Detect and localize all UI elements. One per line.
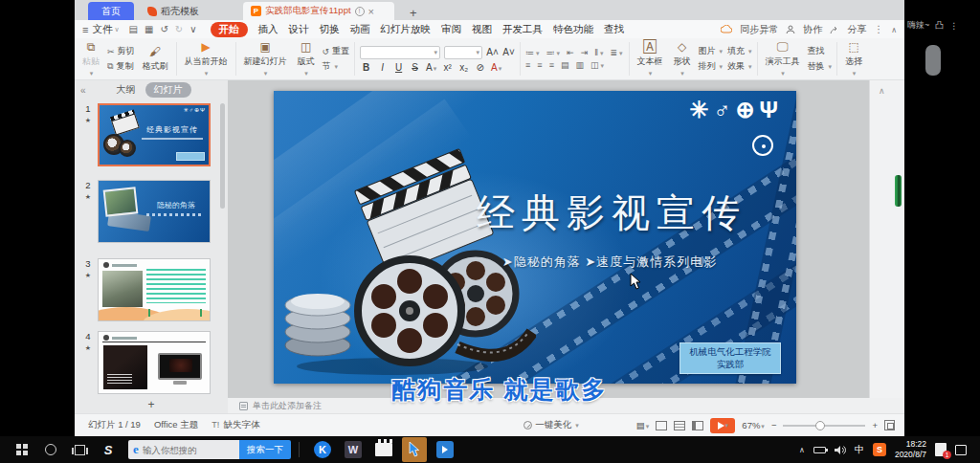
- document-notification-icon[interactable]: 1: [935, 443, 947, 456]
- print-icon[interactable]: ▦: [145, 24, 153, 34]
- underline-button[interactable]: U: [392, 62, 405, 73]
- menu-tab-insert[interactable]: 插入: [258, 23, 278, 36]
- share-label[interactable]: 分享: [847, 23, 866, 36]
- taskbar-app-movie[interactable]: [371, 437, 396, 462]
- columns-icon[interactable]: ◫: [590, 60, 605, 70]
- font-size-combo[interactable]: ▾: [444, 46, 482, 59]
- text-direction-icon[interactable]: ‖: [594, 48, 604, 57]
- slide-1[interactable]: ✳♂⊕Ψ: [274, 91, 796, 384]
- start-button[interactable]: [8, 436, 36, 463]
- tab-document[interactable]: P 实践部电影宣传11ppt !: [243, 2, 394, 20]
- reading-view-icon[interactable]: [692, 421, 703, 430]
- new-slide-button[interactable]: ▣ 新建幻灯片: [241, 39, 290, 78]
- layout-button[interactable]: ◫ 版式: [295, 39, 318, 78]
- menu-tab-transition[interactable]: 切换: [320, 23, 340, 36]
- scroll-up-icon[interactable]: ∧: [879, 86, 885, 96]
- outline-tab[interactable]: 大纲: [117, 83, 136, 97]
- task-view-button[interactable]: [65, 436, 94, 463]
- add-slide-button[interactable]: +: [75, 398, 228, 413]
- italic-button[interactable]: I: [376, 62, 389, 73]
- slide-subtitle[interactable]: ➤隐秘的角落 ➤速度与激情系列电影: [434, 254, 785, 271]
- tab-docer-templates[interactable]: 稻壳模板: [140, 2, 228, 20]
- decrease-font-icon[interactable]: A˅: [502, 47, 515, 57]
- menu-tab-slideshow[interactable]: 幻灯片放映: [381, 23, 432, 36]
- collaborate-icon[interactable]: [786, 25, 795, 34]
- menu-tab-animation[interactable]: 动画: [350, 23, 370, 36]
- search-go-button[interactable]: 搜索一下: [239, 440, 291, 459]
- line-spacing-icon[interactable]: ≣: [610, 48, 623, 57]
- thumbs-up-icon[interactable]: 凸: [935, 19, 944, 32]
- copy-button[interactable]: 复制: [107, 60, 135, 73]
- one-click-beautify-button[interactable]: 一键美化: [523, 419, 579, 431]
- format-painter-button[interactable]: 🖌 格式刷: [140, 44, 171, 74]
- share-icon[interactable]: [830, 25, 839, 34]
- replace-button[interactable]: 替换: [808, 60, 833, 73]
- strikethrough-button[interactable]: S: [409, 62, 421, 73]
- increase-indent-icon[interactable]: ⇥: [581, 48, 590, 57]
- font-color-button[interactable]: A: [425, 62, 437, 73]
- theme-name[interactable]: Office 主题: [154, 419, 198, 431]
- find-button[interactable]: 查找: [808, 45, 833, 57]
- sogou-tray-icon[interactable]: S: [873, 443, 886, 456]
- redo-icon[interactable]: ↻: [175, 24, 183, 34]
- select-button[interactable]: ⬚ 选择: [842, 39, 865, 78]
- zoom-slider[interactable]: [783, 425, 865, 427]
- slide-thumbnail-2[interactable]: 2 ★ 隐秘的角落: [75, 180, 228, 247]
- zoom-level[interactable]: 67%: [742, 420, 765, 430]
- slideshow-play-button[interactable]: [710, 418, 735, 433]
- slides-tab[interactable]: 幻灯片: [145, 82, 191, 98]
- align-right-icon[interactable]: ≡: [549, 60, 555, 70]
- search-input[interactable]: [143, 445, 223, 455]
- shapes-button[interactable]: ◇ 形状: [671, 39, 694, 78]
- save-icon[interactable]: ▤: [129, 24, 138, 34]
- clear-format-icon[interactable]: ⊘: [474, 62, 486, 73]
- slide-logo-box[interactable]: 机械电气化工程学院 实践部: [679, 342, 781, 374]
- slide-thumbnail-1[interactable]: 1 ★ ✳♂⊕Ψ 经典影视宣传: [75, 103, 228, 170]
- menu-tab-view[interactable]: 视图: [472, 23, 492, 36]
- align-center-icon[interactable]: ≡: [537, 60, 543, 70]
- missing-font-item[interactable]: T! 缺失字体: [212, 419, 260, 431]
- slide-title[interactable]: 经典影视宣传: [436, 187, 787, 239]
- sync-error-icon[interactable]: [721, 25, 732, 33]
- floating-widget[interactable]: 嗨辣~ 凸 ⋮: [907, 19, 958, 32]
- notes-toggle-icon[interactable]: ▤: [636, 420, 650, 430]
- fill-button[interactable]: 填充: [727, 45, 752, 57]
- zoom-out-button[interactable]: −: [771, 420, 777, 430]
- bullets-icon[interactable]: ≔: [525, 48, 541, 57]
- taskbar-clock[interactable]: 18:22 2020/8/7: [895, 439, 926, 460]
- menu-tab-review[interactable]: 审阅: [441, 23, 461, 36]
- close-tab-icon[interactable]: [368, 6, 374, 17]
- menu-tab-design[interactable]: 设计: [289, 23, 309, 36]
- menu-tab-special[interactable]: 特色功能: [553, 23, 593, 36]
- hamburger-icon[interactable]: ≡: [82, 24, 88, 35]
- superscript-button[interactable]: x²: [441, 62, 454, 73]
- slide-thumbnail-3[interactable]: 3 ★: [75, 258, 228, 325]
- reset-button[interactable]: 重置: [323, 45, 350, 57]
- new-tab-button[interactable]: +: [404, 6, 423, 20]
- bold-button[interactable]: B: [360, 62, 372, 73]
- collapse-ribbon-icon[interactable]: [891, 24, 897, 34]
- align-left-icon[interactable]: ≡: [525, 60, 531, 70]
- speaker-icon[interactable]: [835, 445, 846, 455]
- slide-canvas[interactable]: ✳♂⊕Ψ: [228, 80, 869, 398]
- tray-expand-icon[interactable]: ∧: [799, 446, 805, 454]
- effect-button[interactable]: 效果: [727, 60, 752, 73]
- undo-icon[interactable]: ↺: [160, 24, 167, 34]
- menu-tab-home[interactable]: 开始: [211, 22, 248, 37]
- play-from-current-button[interactable]: ▶ 从当前开始: [182, 39, 231, 78]
- file-menu[interactable]: 文件: [92, 23, 112, 36]
- menu-tab-developer[interactable]: 开发工具: [502, 23, 543, 36]
- green-scrollbar-thumb[interactable]: [895, 175, 902, 207]
- sync-status-label[interactable]: 同步异常: [740, 23, 778, 36]
- highlight-button[interactable]: A: [490, 62, 502, 73]
- increase-font-icon[interactable]: A˄: [486, 47, 499, 57]
- cortana-button[interactable]: [36, 436, 65, 463]
- widget-more-icon[interactable]: ⋮: [949, 21, 958, 31]
- zoom-slider-knob[interactable]: [815, 421, 825, 430]
- picture-button[interactable]: 图片: [699, 45, 724, 57]
- slide-thumbnail-4[interactable]: 4 ★: [75, 331, 228, 398]
- taskbar-app-pointer-active[interactable]: [402, 437, 427, 462]
- taskbar-app-kugou[interactable]: K: [310, 437, 335, 462]
- taskbar-app-video[interactable]: [433, 437, 457, 462]
- zoom-in-button[interactable]: +: [872, 420, 878, 430]
